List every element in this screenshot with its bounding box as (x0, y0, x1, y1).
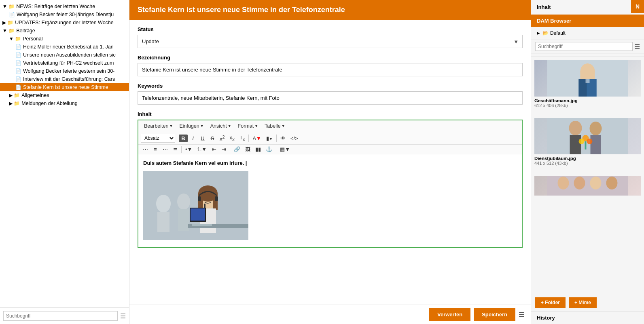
group-preview (534, 176, 641, 196)
toolbar-separator-2 (248, 135, 249, 142)
tree-label-news-item1: Wolfgang Becker feiert 30-jähriges Diens… (17, 12, 114, 17)
sidebar-item-beitraege-root[interactable]: ▼ 📁 Beiträge (0, 27, 129, 35)
strikethrough-button[interactable]: S (208, 135, 217, 142)
align-left-button[interactable]: ⋯ (141, 145, 150, 153)
dam-file-geschaeftsmann[interactable]: Geschäftsmann.jpg 612 x 406 (28kb) (534, 60, 641, 112)
svg-rect-8 (213, 194, 218, 210)
dam-default-node[interactable]: ► 📂 Default (536, 30, 639, 36)
svg-rect-16 (192, 224, 212, 226)
verwerfen-button[interactable]: Verwerfen (429, 308, 470, 321)
tree-icon-news-root: ▼ 📁 (2, 4, 15, 9)
corner-button[interactable]: N (631, 0, 644, 13)
italic-button[interactable]: I (189, 135, 197, 142)
tree-label-personal-item1: Heinz Müller neuer Betriebsrat ab 1. Jan (23, 44, 114, 50)
dam-search-input[interactable] (535, 42, 633, 51)
dam-file-dienstjubilaeum[interactable]: Dienstjubiläum.jpg 441 x 512 (43kb) (534, 118, 641, 170)
menu-ansicht[interactable]: Ansicht ▼ (207, 122, 235, 130)
sidebar-item-news-root[interactable]: ▼ 📁 NEWS: Beiträge der letzten Woche (0, 2, 129, 11)
svg-rect-20 (580, 71, 595, 79)
dam-file-thumb-geschaeftsmann (534, 60, 641, 97)
align-center-button[interactable]: ≡ (151, 145, 160, 153)
bottom-action-bar: Verwerfen Speichern ☰ (129, 305, 531, 324)
dam-menu-icon[interactable]: ☰ (634, 43, 640, 50)
sidebar-item-updates-root[interactable]: ▶ 📁 UPDATES: Ergänzungen der letzten Woc… (0, 19, 129, 27)
clear-formatting-button[interactable]: Tx (237, 134, 247, 143)
menu-bearbeiten[interactable]: Bearbeiten ▼ (141, 122, 176, 130)
justify-button[interactable]: ≣ (171, 145, 180, 153)
tree-label-personal-item5: Interview mit der Geschäftsführung: Cars (23, 76, 115, 82)
speichern-button[interactable]: Speichern (474, 308, 515, 321)
font-color-button[interactable]: A▼ (250, 135, 263, 142)
bezeichnung-label: Bezeichnung (138, 55, 523, 61)
tree-label-meldungen-root: Meldungen der Abteilung (21, 101, 77, 106)
preview-button[interactable]: 👁 (278, 135, 288, 142)
svg-rect-7 (198, 194, 203, 210)
toolbar-separator-3 (276, 135, 277, 142)
underline-button[interactable]: U (198, 135, 207, 142)
indent-button[interactable]: ⇥ (219, 145, 228, 153)
subscript-button[interactable]: x2 (228, 134, 237, 143)
dam-action-buttons: + Folder + Mime (531, 294, 644, 311)
editor-body[interactable]: Duis autem Stefanie Kern vel eum iriure.… (138, 154, 522, 247)
sidebar-menu-icon[interactable]: ☰ (120, 312, 126, 320)
anchor-button[interactable]: ⚓ (264, 145, 274, 153)
sidebar-tree: ▼ 📁 NEWS: Beiträge der letzten Woche📄 Wo… (0, 0, 129, 307)
tree-label-beitraege-root: Beiträge (16, 28, 35, 34)
sidebar-item-personal-item6[interactable]: 📄 Stefanie Kern ist unsere neue Stimme (0, 83, 129, 91)
link-button[interactable]: 🔗 (232, 145, 242, 153)
sidebar-item-personal-item5[interactable]: 📄 Interview mit der Geschäftsführung: Ca… (0, 75, 129, 83)
highlight-color-button[interactable]: ▮▼ (264, 135, 275, 142)
unordered-list-button[interactable]: •▼ (183, 145, 194, 153)
tree-label-news-root: NEWS: Beiträge der letzten Woche (16, 4, 95, 9)
sidebar-search-input[interactable] (3, 311, 118, 321)
keywords-input[interactable] (138, 91, 523, 105)
align-right-button[interactable]: ⋯ (161, 145, 170, 153)
editor-toolbar-row1: Absatz Heading 1 Heading 2 B I U S x2 x2… (138, 132, 522, 145)
sidebar-item-allgemeines-root[interactable]: ▶ 📁 Allgemeines (0, 91, 129, 99)
dienstjubilaeum-meta: 441 x 512 (43kb) (534, 161, 641, 166)
source-button[interactable]: </> (288, 135, 300, 142)
editor-container: Bearbeiten ▼ Einfügen ▼ Ansicht ▼ Format… (138, 120, 523, 248)
bearbeiten-caret-icon: ▼ (169, 124, 173, 128)
tree-label-allgemeines-root: Allgemeines (21, 93, 49, 98)
superscript-button[interactable]: x2 (218, 134, 227, 143)
status-label: Status (138, 26, 523, 32)
bold-button[interactable]: B (179, 135, 188, 142)
sidebar-item-news-item1[interactable]: 📄 Wolfgang Becker feiert 30-jähriges Die… (0, 11, 129, 19)
tree-label-updates-root: UPDATES: Ergänzungen der letzten Woche (15, 20, 113, 25)
media-button[interactable]: ▮▮ (253, 145, 263, 153)
bezeichnung-input[interactable] (138, 63, 523, 76)
right-panel-title: Inhalt (531, 0, 644, 15)
sidebar-item-personal-item4[interactable]: 📄 Wolfgang Becker feierte gestern sein 3… (0, 67, 129, 75)
editor-image (143, 171, 248, 240)
toolbar-separator-4 (181, 146, 182, 153)
sidebar-item-personal-item1[interactable]: 📄 Heinz Müller neuer Betriebsrat ab 1. J… (0, 43, 129, 51)
add-folder-button[interactable]: + Folder (535, 297, 566, 308)
dam-file-thumb-dienstjubilaeum (534, 118, 641, 154)
bottom-menu-icon[interactable]: ☰ (519, 311, 524, 318)
inhalt-label: Inhalt (138, 111, 523, 117)
ordered-list-button[interactable]: 1.▼ (195, 145, 209, 153)
menu-format[interactable]: Format ▼ (235, 122, 262, 130)
table-button[interactable]: ▦▼ (278, 145, 292, 153)
inhalt-section: Inhalt Bearbeiten ▼ Einfügen ▼ Ansicht ▼ (138, 111, 523, 248)
editor-image-area (143, 171, 517, 240)
menu-einfuegen[interactable]: Einfügen ▼ (176, 122, 207, 130)
sidebar-item-personal-root[interactable]: ▼ 📁 Personal (0, 35, 129, 43)
svg-rect-32 (585, 141, 587, 149)
dam-expand-icon: ► (536, 30, 541, 36)
dam-file-group[interactable] (534, 176, 641, 196)
editor-menubar: Bearbeiten ▼ Einfügen ▼ Ansicht ▼ Format… (138, 120, 522, 132)
add-mime-button[interactable]: + Mime (569, 297, 597, 308)
sidebar-item-personal-item2[interactable]: 📄 Unsere neuen Auszubildenden stellen si… (0, 51, 129, 59)
sidebar-item-meldungen-root[interactable]: ▶ 📁 Meldungen der Abteilung (0, 99, 129, 107)
tree-icon-personal-item4: 📄 (15, 68, 21, 74)
status-select[interactable]: Update Draft Published Archived (138, 35, 523, 48)
svg-point-36 (590, 177, 602, 189)
outdent-button[interactable]: ⇤ (210, 145, 218, 153)
menu-tabelle[interactable]: Tabelle ▼ (261, 122, 288, 130)
paragraph-select[interactable]: Absatz Heading 1 Heading 2 (141, 134, 175, 143)
sidebar-item-personal-item3[interactable]: 📄 Vertriebsleitung für PH-C2 wechselt zu… (0, 59, 129, 67)
geschaeftsmann-meta: 612 x 406 (28kb) (534, 103, 641, 108)
image-button[interactable]: 🖼 (243, 145, 252, 153)
